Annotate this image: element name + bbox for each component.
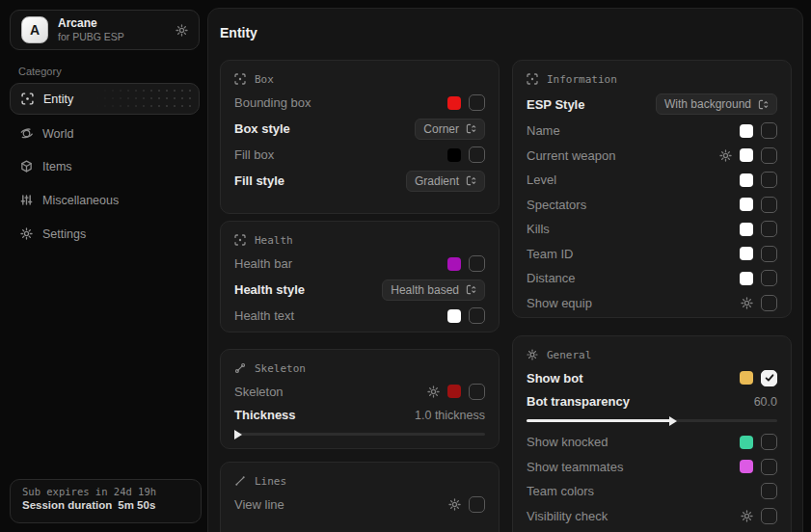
scan-icon [527, 73, 538, 85]
selector-icon [466, 284, 476, 295]
subscription-info: Sub expires in 24d 19h Session duration … [10, 479, 202, 523]
color-swatch[interactable] [447, 148, 461, 162]
view-line-checkbox[interactable] [469, 496, 485, 513]
setting-row-spectators: Spectators [527, 193, 777, 218]
health-style-dropdown[interactable]: Health based [382, 279, 485, 301]
setting-row-visibility-check: Visibility check [527, 504, 777, 529]
sun-icon [527, 349, 538, 360]
setting-row-thickness: Thickness 1.0 thickness [234, 404, 485, 426]
level-checkbox[interactable] [761, 172, 777, 188]
setting-row-skeleton: Skeleton [234, 379, 485, 404]
selector-icon [466, 123, 476, 134]
show-knocked-checkbox[interactable] [761, 434, 777, 450]
setting-row-bounding-box: Bounding box [234, 90, 485, 116]
gear-icon[interactable] [719, 149, 732, 162]
gear-icon[interactable] [448, 498, 461, 511]
team-colors-checkbox[interactable] [761, 483, 777, 499]
sidebar-item-items[interactable]: Items [10, 150, 200, 182]
setting-row-distance: Distance [527, 266, 777, 291]
color-swatch[interactable] [740, 436, 753, 449]
bot-transparency-value: 60.0 [754, 395, 777, 409]
lines-card: Lines View line [220, 462, 500, 532]
color-swatch[interactable] [447, 96, 461, 110]
setting-row-name: Name [527, 119, 777, 144]
visibility-check-checkbox[interactable] [761, 508, 777, 524]
card-title: Health [255, 234, 293, 247]
setting-row-esp-style: ESP Style With background [527, 90, 777, 119]
color-swatch[interactable] [740, 460, 753, 473]
app-subtitle: for PUBG ESP [58, 31, 166, 43]
app-name: Arcane [58, 16, 166, 31]
gear-icon[interactable] [176, 24, 188, 37]
color-swatch[interactable] [740, 148, 753, 162]
app-header: A Arcane for PUBG ESP [10, 10, 200, 50]
box-style-dropdown[interactable]: Corner [415, 119, 485, 140]
color-swatch[interactable] [740, 124, 753, 138]
color-swatch[interactable] [740, 173, 753, 187]
sidebar-item-entity[interactable]: Entity [10, 83, 200, 115]
page-title: Entity [220, 25, 257, 40]
category-label: Category [18, 66, 62, 77]
distance-checkbox[interactable] [761, 270, 777, 286]
team-id-checkbox[interactable] [761, 246, 777, 262]
color-swatch[interactable] [740, 247, 753, 260]
sidebar-item-settings[interactable]: Settings [10, 218, 200, 250]
gear-icon[interactable] [741, 510, 753, 522]
sidebar-item-miscellaneous[interactable]: Miscellaneous [10, 184, 200, 216]
color-swatch[interactable] [740, 198, 753, 211]
setting-row-view-line: View line [234, 492, 485, 518]
setting-row-health-bar: Health bar [234, 251, 485, 277]
show-equip-checkbox[interactable] [761, 295, 777, 311]
setting-row-health-text: Health text [234, 303, 485, 329]
fill-style-dropdown[interactable]: Gradient [406, 171, 485, 192]
current-weapon-checkbox[interactable] [761, 147, 777, 164]
esp-style-dropdown[interactable]: With background [656, 93, 777, 115]
kills-checkbox[interactable] [761, 221, 777, 237]
setting-row-show-knocked: Show knocked [527, 430, 777, 455]
sidebar-item-label: World [42, 127, 73, 141]
thickness-value: 1.0 thickness [415, 409, 485, 422]
name-checkbox[interactable] [761, 122, 777, 139]
slider-thumb[interactable] [234, 430, 242, 439]
mixer-icon [20, 194, 33, 206]
gear-icon[interactable] [427, 386, 440, 398]
setting-row-show-bot: Show bot [527, 365, 777, 390]
setting-row-show-equip: Show equip [527, 291, 777, 316]
color-swatch[interactable] [740, 223, 753, 236]
setting-row-bot-transparency: Bot transparency 60.0 [527, 390, 777, 412]
card-title: Skeleton [255, 362, 306, 375]
color-swatch[interactable] [447, 257, 461, 271]
health-text-checkbox[interactable] [469, 307, 485, 324]
sidebar-item-label: Settings [42, 227, 86, 241]
sub-expiry-text: Sub expires in 24d 19h [22, 486, 189, 497]
color-swatch[interactable] [447, 385, 461, 398]
general-card: General Show bot Bot transparency 60.0 S… [512, 335, 792, 532]
skeleton-checkbox[interactable] [469, 384, 485, 400]
dots-texture [94, 87, 195, 111]
show-teammates-checkbox[interactable] [761, 459, 777, 475]
thickness-slider[interactable] [234, 427, 485, 440]
app-window: A Arcane for PUBG ESP Category Entity Wo… [0, 0, 811, 532]
color-swatch[interactable] [740, 272, 753, 285]
world-icon [20, 127, 33, 140]
selector-icon [758, 99, 769, 110]
health-card: Health Health bar Health style Health ba… [220, 221, 500, 332]
scan-icon [21, 93, 34, 105]
gear-icon[interactable] [741, 297, 753, 309]
color-swatch[interactable] [740, 371, 753, 385]
spectators-checkbox[interactable] [761, 197, 777, 213]
color-swatch[interactable] [447, 309, 461, 323]
health-bar-checkbox[interactable] [469, 255, 485, 272]
fill-box-checkbox[interactable] [469, 146, 485, 163]
bounding-box-checkbox[interactable] [469, 94, 485, 111]
sidebar-item-world[interactable]: World [10, 118, 200, 149]
setting-row-current-weapon: Current weapon [527, 144, 777, 169]
setting-row-team-id: Team ID [527, 242, 777, 267]
box-card: Box Bounding box Box style Corner Fill b… [220, 60, 500, 214]
bot-transparency-slider[interactable] [527, 413, 777, 427]
scan-icon [234, 73, 246, 85]
show-bot-checkbox[interactable] [761, 370, 777, 386]
setting-row-box-style: Box style Corner [234, 116, 485, 142]
card-title: Information [547, 73, 617, 86]
slider-thumb[interactable] [669, 416, 677, 426]
